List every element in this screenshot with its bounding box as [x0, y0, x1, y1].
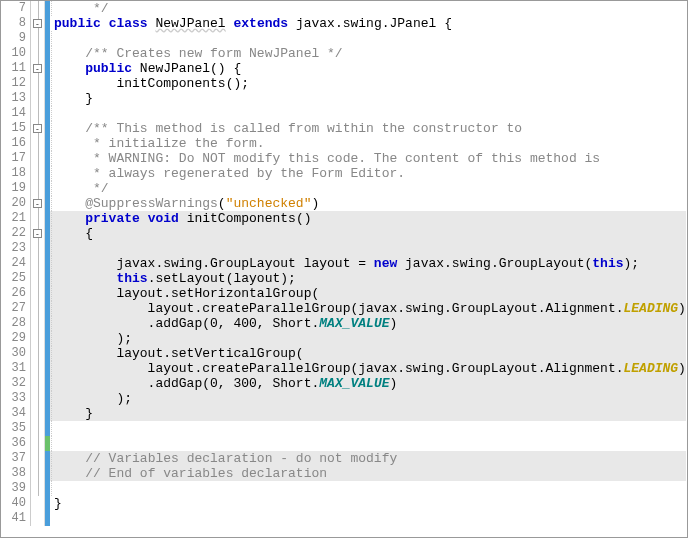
- code-content[interactable]: layout.createParallelGroup(javax.swing.G…: [50, 301, 686, 316]
- fold-gutter[interactable]: -: [31, 196, 45, 211]
- code-content[interactable]: {: [50, 226, 686, 241]
- line-number: 26: [1, 286, 31, 301]
- fold-gutter: [31, 421, 45, 436]
- fold-gutter: [31, 211, 45, 226]
- code-line[interactable]: 17 * WARNING: Do NOT modify this code. T…: [1, 151, 686, 166]
- code-line[interactable]: 9: [1, 31, 686, 46]
- code-line[interactable]: 35: [1, 421, 686, 436]
- code-content[interactable]: this.setLayout(layout);: [50, 271, 686, 286]
- code-line[interactable]: 38 // End of variables declaration: [1, 466, 686, 481]
- code-content[interactable]: */: [50, 181, 686, 196]
- fold-gutter: [31, 436, 45, 451]
- line-number: 22: [1, 226, 31, 241]
- code-line[interactable]: 30 layout.setVerticalGroup(: [1, 346, 686, 361]
- fold-collapse-icon[interactable]: -: [33, 64, 42, 73]
- code-content[interactable]: layout.setHorizontalGroup(: [50, 286, 686, 301]
- fold-gutter: [31, 256, 45, 271]
- line-number: 15: [1, 121, 31, 136]
- code-line[interactable]: 29 );: [1, 331, 686, 346]
- code-content[interactable]: .addGap(0, 400, Short.MAX_VALUE): [50, 316, 686, 331]
- code-line[interactable]: 21 private void initComponents(): [1, 211, 686, 226]
- code-line[interactable]: 32 .addGap(0, 300, Short.MAX_VALUE): [1, 376, 686, 391]
- code-line[interactable]: 36: [1, 436, 686, 451]
- code-line[interactable]: 13 }: [1, 91, 686, 106]
- code-content[interactable]: javax.swing.GroupLayout layout = new jav…: [50, 256, 686, 271]
- code-line[interactable]: 39: [1, 481, 686, 496]
- line-number: 7: [1, 1, 31, 16]
- code-line[interactable]: 18 * always regenerated by the Form Edit…: [1, 166, 686, 181]
- code-content[interactable]: public class NewJPanel extends javax.swi…: [50, 16, 686, 31]
- code-content[interactable]: layout.createParallelGroup(javax.swing.G…: [50, 361, 686, 376]
- code-line[interactable]: 40}: [1, 496, 686, 511]
- code-line[interactable]: 23: [1, 241, 686, 256]
- code-editor[interactable]: 7 */8-public class NewJPanel extends jav…: [0, 0, 688, 538]
- fold-gutter[interactable]: -: [31, 121, 45, 136]
- code-content[interactable]: * always regenerated by the Form Editor.: [50, 166, 686, 181]
- fold-gutter: [31, 91, 45, 106]
- code-line[interactable]: 41: [1, 511, 686, 526]
- code-content[interactable]: .addGap(0, 300, Short.MAX_VALUE): [50, 376, 686, 391]
- fold-collapse-icon[interactable]: -: [33, 124, 42, 133]
- code-content[interactable]: /** Creates new form NewJPanel */: [50, 46, 686, 61]
- code-content[interactable]: [50, 106, 686, 121]
- code-content[interactable]: [50, 421, 686, 436]
- code-content[interactable]: // Variables declaration - do not modify: [50, 451, 686, 466]
- fold-gutter: [31, 451, 45, 466]
- code-content[interactable]: * initialize the form.: [50, 136, 686, 151]
- code-content[interactable]: layout.setVerticalGroup(: [50, 346, 686, 361]
- code-line[interactable]: 8-public class NewJPanel extends javax.s…: [1, 16, 686, 31]
- fold-collapse-icon[interactable]: -: [33, 199, 42, 208]
- code-line[interactable]: 26 layout.setHorizontalGroup(: [1, 286, 686, 301]
- code-line[interactable]: 15- /** This method is called from withi…: [1, 121, 686, 136]
- code-content[interactable]: // End of variables declaration: [50, 466, 686, 481]
- code-line[interactable]: 28 .addGap(0, 400, Short.MAX_VALUE): [1, 316, 686, 331]
- code-content[interactable]: [50, 31, 686, 46]
- fold-gutter: [31, 511, 45, 526]
- code-line[interactable]: 11- public NewJPanel() {: [1, 61, 686, 76]
- code-line[interactable]: 14: [1, 106, 686, 121]
- code-line[interactable]: 34 }: [1, 406, 686, 421]
- code-content[interactable]: }: [50, 496, 686, 511]
- code-content[interactable]: [50, 241, 686, 256]
- code-content[interactable]: [50, 436, 686, 451]
- line-number: 30: [1, 346, 31, 361]
- code-line[interactable]: 12 initComponents();: [1, 76, 686, 91]
- code-content[interactable]: }: [50, 406, 686, 421]
- line-number: 9: [1, 31, 31, 46]
- code-line[interactable]: 19 */: [1, 181, 686, 196]
- code-content[interactable]: [50, 511, 686, 526]
- code-line[interactable]: 22- {: [1, 226, 686, 241]
- line-number: 41: [1, 511, 31, 526]
- code-content[interactable]: public NewJPanel() {: [50, 61, 686, 76]
- code-line[interactable]: 27 layout.createParallelGroup(javax.swin…: [1, 301, 686, 316]
- fold-gutter: [31, 166, 45, 181]
- code-line[interactable]: 16 * initialize the form.: [1, 136, 686, 151]
- code-line[interactable]: 33 );: [1, 391, 686, 406]
- fold-gutter: [31, 46, 45, 61]
- fold-gutter: [31, 181, 45, 196]
- fold-gutter[interactable]: -: [31, 226, 45, 241]
- code-content[interactable]: /** This method is called from within th…: [50, 121, 686, 136]
- line-number: 28: [1, 316, 31, 331]
- code-content[interactable]: private void initComponents(): [50, 211, 686, 226]
- code-content[interactable]: [50, 481, 686, 496]
- fold-collapse-icon[interactable]: -: [33, 229, 42, 238]
- fold-gutter[interactable]: -: [31, 61, 45, 76]
- code-line[interactable]: 25 this.setLayout(layout);: [1, 271, 686, 286]
- fold-gutter: [31, 286, 45, 301]
- code-content[interactable]: @SuppressWarnings("unchecked"): [50, 196, 686, 211]
- code-content[interactable]: );: [50, 331, 686, 346]
- code-content[interactable]: * WARNING: Do NOT modify this code. The …: [50, 151, 686, 166]
- code-line[interactable]: 20- @SuppressWarnings("unchecked"): [1, 196, 686, 211]
- code-content[interactable]: initComponents();: [50, 76, 686, 91]
- code-line[interactable]: 10 /** Creates new form NewJPanel */: [1, 46, 686, 61]
- fold-gutter[interactable]: -: [31, 16, 45, 31]
- code-content[interactable]: );: [50, 391, 686, 406]
- code-content[interactable]: */: [50, 1, 686, 16]
- code-line[interactable]: 37 // Variables declaration - do not mod…: [1, 451, 686, 466]
- code-line[interactable]: 7 */: [1, 1, 686, 16]
- code-line[interactable]: 24 javax.swing.GroupLayout layout = new …: [1, 256, 686, 271]
- code-line[interactable]: 31 layout.createParallelGroup(javax.swin…: [1, 361, 686, 376]
- fold-collapse-icon[interactable]: -: [33, 19, 42, 28]
- code-content[interactable]: }: [50, 91, 686, 106]
